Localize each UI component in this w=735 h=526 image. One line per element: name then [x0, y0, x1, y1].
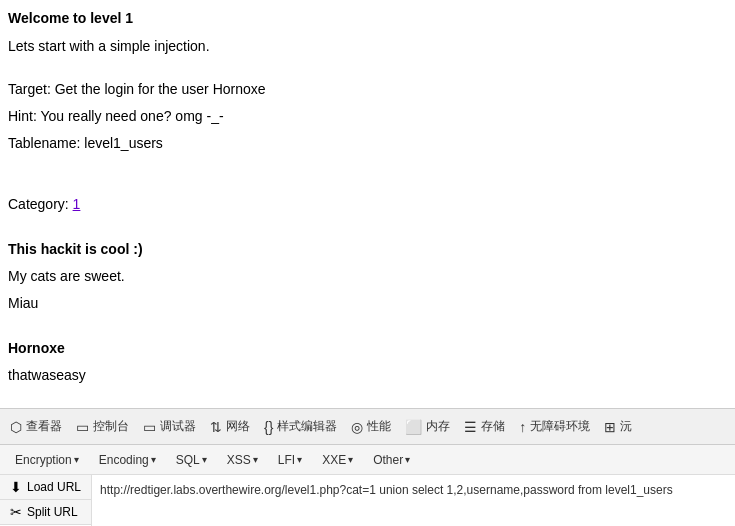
other-arrow: ▾ — [405, 454, 410, 465]
encryption-menu[interactable]: Encryption ▾ — [6, 449, 88, 471]
console-label: 控制台 — [93, 418, 129, 435]
lfi-menu[interactable]: LFI ▾ — [269, 449, 311, 471]
xxe-label: XXE — [322, 453, 346, 467]
console-icon: ▭ — [76, 419, 89, 435]
url-bar-area: ⬇ Load URL ✂ Split URL http://redtiger.l… — [0, 474, 735, 526]
xss-label: XSS — [227, 453, 251, 467]
devtools-more-btn[interactable]: ⊞ 沅 — [598, 414, 638, 439]
category-link[interactable]: 1 — [73, 196, 81, 212]
hackit-sub: Miau — [8, 293, 727, 314]
devtools-inspect-btn[interactable]: ⬡ 查看器 — [4, 414, 68, 439]
encoding-arrow: ▾ — [151, 454, 156, 465]
devtools-debugger-btn[interactable]: ▭ 调试器 — [137, 414, 202, 439]
url-value: http://redtiger.labs.overthewire.org/lev… — [100, 481, 727, 499]
sql-menu[interactable]: SQL ▾ — [167, 449, 216, 471]
debugger-icon: ▭ — [143, 419, 156, 435]
load-url-label: Load URL — [27, 480, 81, 494]
hackit-title: This hackit is cool :) — [8, 239, 727, 260]
a11y-label: 无障碍环境 — [530, 418, 590, 435]
debugger-label: 调试器 — [160, 418, 196, 435]
xxe-arrow: ▾ — [348, 454, 353, 465]
devtools-a11y-btn[interactable]: ↑ 无障碍环境 — [513, 414, 596, 439]
devtools-style-btn[interactable]: {} 样式编辑器 — [258, 414, 343, 439]
a11y-icon: ↑ — [519, 419, 526, 435]
devtools-network-btn[interactable]: ⇅ 网络 — [204, 414, 256, 439]
other-menu[interactable]: Other ▾ — [364, 449, 419, 471]
load-url-icon: ⬇ — [10, 479, 22, 495]
split-url-label: Split URL — [27, 505, 78, 519]
sql-arrow: ▾ — [202, 454, 207, 465]
perf-icon: ◎ — [351, 419, 363, 435]
xxe-menu[interactable]: XXE ▾ — [313, 449, 362, 471]
more-label: 沅 — [620, 418, 632, 435]
encoding-label: Encoding — [99, 453, 149, 467]
tablename-text: Tablename: level1_users — [8, 133, 727, 154]
split-url-button[interactable]: ✂ Split URL — [0, 500, 91, 525]
inspect-icon: ⬡ — [10, 419, 22, 435]
more-icon: ⊞ — [604, 419, 616, 435]
url-input-area[interactable]: http://redtiger.labs.overthewire.org/lev… — [92, 475, 735, 526]
memory-icon: ⬜ — [405, 419, 422, 435]
hackbar-toolbar: Encryption ▾ Encoding ▾ SQL ▾ XSS ▾ LFI … — [0, 444, 735, 474]
intro-text: Lets start with a simple injection. — [8, 36, 727, 57]
devtools-perf-btn[interactable]: ◎ 性能 — [345, 414, 397, 439]
style-icon: {} — [264, 419, 273, 435]
encoding-menu[interactable]: Encoding ▾ — [90, 449, 165, 471]
devtools-console-btn[interactable]: ▭ 控制台 — [70, 414, 135, 439]
lfi-label: LFI — [278, 453, 295, 467]
devtools-toolbar: ⬡ 查看器 ▭ 控制台 ▭ 调试器 ⇅ 网络 {} 样式编辑器 ◎ 性能 ⬜ 内… — [0, 408, 735, 444]
welcome-title: Welcome to level 1 — [8, 10, 727, 26]
encryption-arrow: ▾ — [74, 454, 79, 465]
sql-label: SQL — [176, 453, 200, 467]
lfi-arrow: ▾ — [297, 454, 302, 465]
split-url-icon: ✂ — [10, 504, 22, 520]
memory-label: 内存 — [426, 418, 450, 435]
xss-menu[interactable]: XSS ▾ — [218, 449, 267, 471]
perf-label: 性能 — [367, 418, 391, 435]
target-text: Target: Get the login for the user Horno… — [8, 79, 727, 100]
load-url-button[interactable]: ⬇ Load URL — [0, 475, 91, 500]
user-pass: thatwaseasy — [8, 365, 727, 386]
storage-label: 存储 — [481, 418, 505, 435]
style-label: 样式编辑器 — [277, 418, 337, 435]
url-buttons: ⬇ Load URL ✂ Split URL — [0, 475, 92, 526]
devtools-storage-btn[interactable]: ☰ 存储 — [458, 414, 511, 439]
hint-text: Hint: You really need one? omg -_- — [8, 106, 727, 127]
xss-arrow: ▾ — [253, 454, 258, 465]
network-label: 网络 — [226, 418, 250, 435]
network-icon: ⇅ — [210, 419, 222, 435]
user-name: Hornoxe — [8, 338, 727, 359]
devtools-memory-btn[interactable]: ⬜ 内存 — [399, 414, 456, 439]
hackit-desc: My cats are sweet. — [8, 266, 727, 287]
encryption-label: Encryption — [15, 453, 72, 467]
category-label: Category: — [8, 196, 73, 212]
main-content: Welcome to level 1 Lets start with a sim… — [0, 0, 735, 408]
inspect-label: 查看器 — [26, 418, 62, 435]
category-line: Category: 1 — [8, 194, 727, 215]
other-label: Other — [373, 453, 403, 467]
storage-icon: ☰ — [464, 419, 477, 435]
